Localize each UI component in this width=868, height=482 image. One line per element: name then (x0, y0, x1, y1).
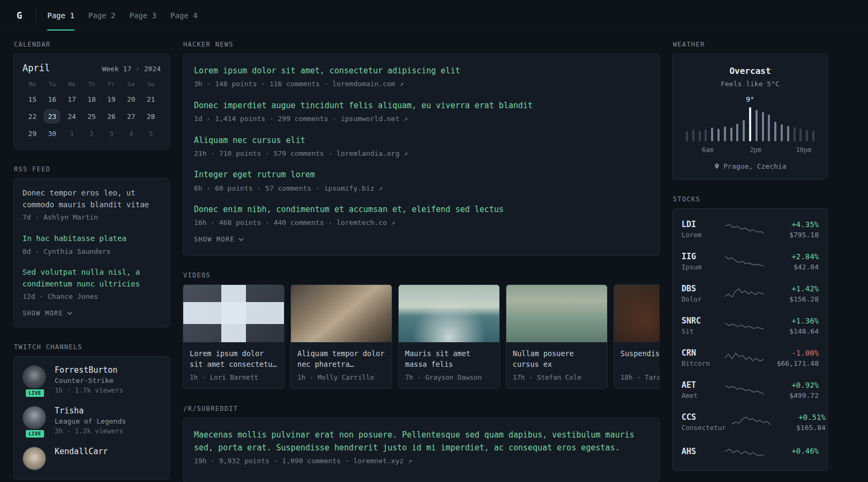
stock-change: +2.84% (769, 252, 819, 261)
hn-item-link[interactable]: Lorem ipsum dolor sit amet, consectetur … (194, 65, 648, 77)
stock-symbol: DBS (682, 284, 719, 293)
tab-page-1[interactable]: Page 1 (47, 0, 74, 31)
hn-meta-text: 1d · 1,414 points · 299 comments · (194, 115, 341, 123)
stock-sparkline (723, 286, 765, 301)
calendar-day: 5 (143, 126, 159, 140)
stock-id: CCS Consectetur (682, 412, 726, 432)
video-card[interactable]: Lorem ipsum dolor sit amet consectetu… 1… (183, 284, 285, 389)
avatar: LIVE (23, 365, 47, 394)
weather-bars (686, 107, 814, 141)
twitch-channel[interactable]: LIVE Trisha League of Legends 3h · 1.2k … (23, 406, 161, 435)
time-label: 10pm (796, 146, 811, 154)
hn-source-link[interactable]: loremlandia.org ↗ (336, 149, 408, 157)
video-thumbnail (291, 285, 392, 342)
reddit-meta-text: 19h · 9,932 points · 1,090 comments · (194, 457, 353, 465)
hn-item-link[interactable]: Integer eget rutrum lorem (194, 169, 648, 181)
video-meta: 1h · Molly Carrillo (297, 373, 385, 381)
twitch-channel[interactable]: LIVE ForrestBurton Counter-Strike 1h · 1… (23, 365, 161, 394)
header-divider (36, 10, 36, 21)
stock-name: Sit (682, 327, 719, 335)
tab-page-3[interactable]: Page 3 (129, 0, 156, 31)
stock-row[interactable]: DBS Dolor +1.42% $156.28 (682, 277, 819, 310)
hn-item-link[interactable]: Aliquam nec cursus elit (194, 134, 648, 147)
hn-item-link[interactable]: Donec imperdiet augue tincidunt felis al… (194, 100, 648, 112)
video-title[interactable]: Mauris sit amet massa felis (405, 348, 493, 370)
stock-symbol: AHS (682, 447, 719, 456)
dashboard-content: CALENDAR April Week 17 · 2024 Mo Tu We T… (0, 31, 868, 482)
stock-change: +0.51% (776, 413, 826, 421)
hn-item-link[interactable]: Donec enim nibh, condimentum et accumsan… (194, 204, 648, 216)
video-title[interactable]: Aliquam tempor dolor nec pharetra… (297, 348, 385, 370)
dow-label: Sa (121, 81, 141, 92)
channel-info: ForrestBurton Counter-Strike 1h · 1.7k v… (55, 365, 123, 394)
calendar-header: April Week 17 · 2024 (23, 63, 161, 73)
tab-page-4[interactable]: Page 4 (170, 0, 198, 31)
section-title-stocks: STOCKS (673, 195, 828, 203)
hn-meta-text: 3h · 148 points · 116 comments · (194, 80, 332, 88)
stock-row[interactable]: AHS +0.46% (682, 438, 819, 466)
calendar-day: 26 (103, 109, 119, 123)
hackernews-widget: Lorem ipsum dolor sit amet, consectetur … (183, 54, 660, 255)
video-title[interactable]: Nullam posuere cursus ex (513, 348, 601, 370)
rss-show-more-button[interactable]: SHOW MORE (23, 308, 72, 318)
stock-row[interactable]: CRN Bitcorn -1.00% $66,171.48 (682, 342, 819, 374)
hn-item-meta: 3h · 148 points · 116 comments · loremdo… (194, 79, 648, 89)
hn-item-meta: 21h · 710 points · 579 comments · loreml… (194, 148, 648, 159)
stock-row[interactable]: LDI Lorem +4.35% $795.18 (682, 213, 819, 245)
hn-source-link[interactable]: ipsumify.biz ↗ (324, 184, 383, 192)
reddit-post: Maecenas mollis pulvinar erat non posuer… (194, 429, 648, 466)
rss-item-link[interactable]: Donec tempor eros leo, ut commodo mauris… (23, 187, 161, 210)
live-badge: LIVE (25, 388, 45, 398)
stock-values: -1.00% $66,171.48 (769, 349, 819, 367)
rss-item-link[interactable]: In hac habitasse platea (23, 233, 161, 245)
stock-price: $66,171.48 (769, 359, 819, 367)
calendar-week-year: Week 17 · 2024 (102, 65, 161, 73)
hn-source-link[interactable]: ipsumworld.net ↗ (341, 115, 408, 123)
hn-show-more-button[interactable]: SHOW MORE (194, 235, 244, 244)
stock-row[interactable]: CCS Consectetur +0.51% $165.84 (682, 406, 819, 438)
hn-source-link[interactable]: loremtech.co ↗ (336, 219, 395, 227)
video-title[interactable]: Lorem ipsum dolor sit amet consectetu… (190, 348, 278, 370)
twitch-channel[interactable]: KendallCarr (23, 447, 161, 470)
stock-sparkline (730, 415, 772, 430)
weather-bar (755, 110, 758, 141)
reddit-post-link[interactable]: Maecenas mollis pulvinar erat non posuer… (194, 429, 648, 454)
tab-page-2[interactable]: Page 2 (88, 0, 116, 31)
video-title[interactable]: Suspendisse diam (620, 348, 660, 370)
weather-chart: 9° (682, 95, 819, 141)
section-title-weather: WEATHER (673, 41, 828, 48)
dow-label: Tu (42, 81, 62, 92)
channel-name[interactable]: ForrestBurton (55, 365, 123, 375)
video-card[interactable]: Nullam posuere cursus ex 17h · Stefan Co… (506, 284, 608, 389)
stock-price: $156.28 (769, 295, 819, 303)
twitch-widget: LIVE ForrestBurton Counter-Strike 1h · 1… (13, 356, 170, 479)
video-card[interactable]: Suspendisse diam 18h · Tara (613, 284, 660, 389)
hn-source-link[interactable]: loremdomain.com ↗ (332, 80, 403, 88)
video-body: Lorem ipsum dolor sit amet consectetu… 1… (183, 342, 284, 389)
stock-sparkline (723, 350, 765, 365)
calendar-day: 4 (123, 126, 139, 140)
video-card[interactable]: Mauris sit amet massa felis 7h · Grayson… (398, 284, 500, 389)
right-column: WEATHER Overcast Feels like 5°C 9° 6am 2… (672, 41, 828, 482)
video-card[interactable]: Aliquam tempor dolor nec pharetra… 1h · … (290, 284, 392, 389)
stock-row[interactable]: SNRC Sit +1.36% $148.64 (682, 310, 819, 342)
stock-name: Dolor (682, 295, 719, 303)
calendar-day-headers: Mo Tu We Th Fr Sa Su (23, 81, 161, 92)
section-title-twitch: TWITCH CHANNELS (14, 343, 170, 351)
stock-price: $499.72 (769, 391, 819, 400)
reddit-source-link[interactable]: loremnet.xyz ↗ (353, 457, 412, 465)
calendar-day: 25 (84, 109, 100, 123)
rss-item-link[interactable]: Sed volutpat nulla nisl, a condimentum n… (23, 267, 161, 290)
reddit-post-meta: 19h · 9,932 points · 1,090 comments · lo… (194, 456, 648, 466)
channel-game: League of Legends (55, 417, 126, 425)
channel-name[interactable]: KendallCarr (55, 447, 108, 456)
stock-values: +2.84% $42.04 (769, 252, 819, 271)
stock-row[interactable]: AET Amet +0.92% $499.72 (682, 374, 819, 406)
video-body: Nullam posuere cursus ex 17h · Stefan Co… (506, 342, 607, 389)
channel-name[interactable]: Trisha (55, 406, 126, 416)
stock-symbol: CCS (682, 412, 726, 422)
stock-price: $42.04 (769, 263, 819, 271)
app-logo[interactable]: G (13, 10, 25, 21)
stock-row[interactable]: IIG Ipsum +2.84% $42.04 (682, 245, 819, 277)
dow-label: Mo (23, 81, 42, 92)
